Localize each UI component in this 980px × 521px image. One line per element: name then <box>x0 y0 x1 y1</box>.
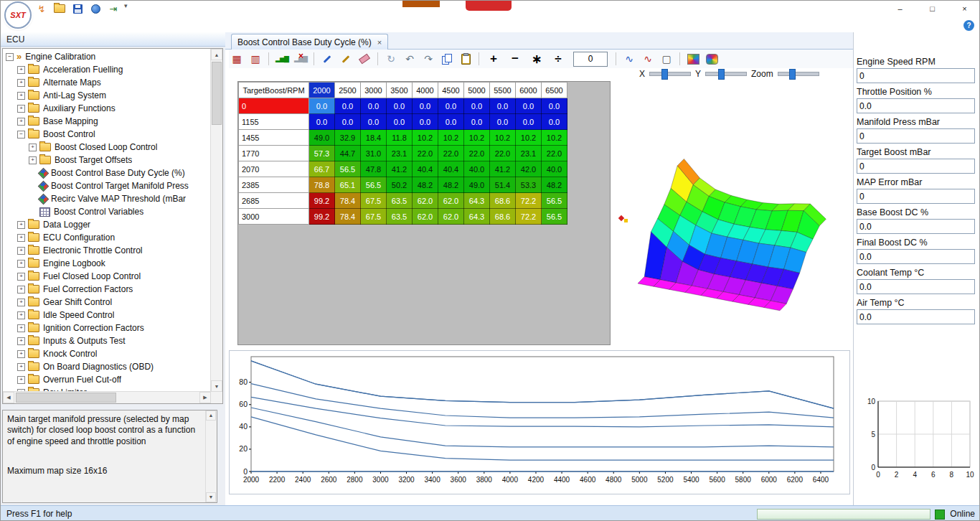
expand-icon[interactable]: + <box>17 79 25 87</box>
table-cell[interactable]: 78.8 <box>309 177 335 193</box>
field-input[interactable] <box>857 189 975 204</box>
expand-icon[interactable]: + <box>17 286 25 294</box>
field-input[interactable] <box>857 279 975 294</box>
table-cell[interactable]: 0.0 <box>413 98 438 114</box>
table-cell[interactable]: 62.0 <box>438 193 464 209</box>
field-input[interactable] <box>857 249 975 264</box>
tree-item[interactable]: +Boost Target Offsets <box>3 154 210 166</box>
field-input[interactable] <box>857 68 975 83</box>
table-cell[interactable]: 0.0 <box>516 98 542 114</box>
tree-item[interactable]: +ECU Configuration <box>3 231 210 244</box>
insert-column-icon[interactable]: ▥ <box>248 52 263 66</box>
expand-icon[interactable]: + <box>29 144 37 151</box>
row-header-2385[interactable]: 2385 <box>239 177 309 193</box>
expand-icon[interactable]: + <box>17 350 25 358</box>
expand-icon[interactable]: + <box>17 299 25 306</box>
table-cell[interactable]: 0.0 <box>309 114 335 130</box>
scroll-thumb[interactable] <box>212 62 222 125</box>
table-cell[interactable]: 0.0 <box>438 114 464 130</box>
expand-icon[interactable]: + <box>29 156 37 164</box>
expand-icon[interactable]: + <box>17 260 25 268</box>
tree-horizontal-scrollbar[interactable]: ◀ ▶ <box>3 391 211 403</box>
table-cell[interactable]: 0.0 <box>335 98 361 114</box>
expand-icon[interactable]: + <box>17 363 25 371</box>
tree-item[interactable]: +Overrun Fuel Cut-off <box>3 373 210 386</box>
table-cell[interactable]: 49.0 <box>309 130 335 146</box>
table-cell[interactable]: 0.0 <box>438 98 464 114</box>
collapse-icon[interactable]: − <box>6 53 14 61</box>
table-cell[interactable]: 0.0 <box>387 98 413 114</box>
table-cell[interactable]: 31.0 <box>361 146 387 161</box>
table-cell[interactable]: 72.2 <box>516 193 542 209</box>
tree-item[interactable]: +Knock Control <box>3 347 210 360</box>
table-cell[interactable]: 0.0 <box>464 114 490 130</box>
toolbar-overflow-icon[interactable]: ▾ <box>124 2 128 9</box>
multiply-button[interactable]: ∗ <box>527 52 546 66</box>
table-cell[interactable]: 64.3 <box>464 209 490 225</box>
app-logo[interactable]: SXT <box>4 1 32 29</box>
field-input[interactable] <box>857 128 975 144</box>
table-cell[interactable]: 22.0 <box>413 146 438 161</box>
table-cell[interactable]: 63.5 <box>387 209 413 225</box>
tree-item[interactable]: Boost Control Target Manifold Press <box>3 179 210 192</box>
table-cell[interactable]: 22.0 <box>438 146 464 161</box>
row-header-1155[interactable]: 1155 <box>239 114 309 130</box>
surface-color-icon[interactable] <box>704 52 720 66</box>
field-input[interactable] <box>857 98 975 113</box>
table-cell[interactable]: 0.0 <box>361 114 387 130</box>
table-cell[interactable]: 63.5 <box>387 193 413 209</box>
collapse-icon[interactable]: − <box>17 131 25 139</box>
tree-item[interactable]: +Base Mapping <box>3 115 210 128</box>
graph-trace-icon[interactable]: ∿ <box>640 52 656 66</box>
table-cell[interactable]: 11.8 <box>387 130 413 146</box>
tree-item[interactable]: Recirc Valve MAP Threshold (mBar <box>3 192 210 205</box>
scroll-up-icon[interactable]: ▲ <box>206 410 216 421</box>
table-cell[interactable]: 0.0 <box>542 98 567 114</box>
tree-item[interactable]: +Ignition Correction Factors <box>3 321 210 334</box>
close-button[interactable]: × <box>948 1 980 17</box>
expand-icon[interactable]: + <box>17 221 25 229</box>
subtract-button[interactable]: − <box>506 52 524 66</box>
tree-item[interactable]: +Gear Shift Control <box>3 296 210 309</box>
open-file-icon[interactable] <box>53 2 66 15</box>
tree-item[interactable]: +Acceleration Fuelling <box>3 63 210 76</box>
table-cell[interactable]: 99.2 <box>309 209 335 225</box>
tree-item[interactable]: −»Engine Calibration <box>3 50 210 63</box>
table-cell[interactable]: 0.0 <box>490 114 516 130</box>
column-header-4500[interactable]: 4500 <box>438 83 464 98</box>
expand-icon[interactable]: + <box>17 376 25 384</box>
table-cell[interactable]: 23.1 <box>516 146 542 161</box>
expand-icon[interactable]: + <box>17 66 25 74</box>
paste-icon[interactable] <box>458 52 473 66</box>
expand-icon[interactable]: + <box>17 118 25 126</box>
tree-item[interactable]: +Fuel Closed Loop Control <box>3 270 210 283</box>
field-input[interactable] <box>857 219 975 234</box>
table-cell[interactable]: 22.0 <box>464 146 490 161</box>
connect-icon[interactable] <box>89 2 102 15</box>
redo-icon[interactable]: ↷ <box>420 52 436 66</box>
table-cell[interactable]: 62.0 <box>413 193 438 209</box>
table-cell[interactable]: 48.2 <box>413 177 438 193</box>
table-cell[interactable]: 0.0 <box>490 98 516 114</box>
save-icon[interactable] <box>71 2 84 15</box>
table-cell[interactable]: 51.4 <box>490 177 516 193</box>
add-button[interactable]: + <box>484 52 503 66</box>
tree-item[interactable]: +Auxiliary Functions <box>3 102 210 115</box>
refresh-icon[interactable]: ↻ <box>383 52 399 66</box>
table-cell[interactable]: 10.2 <box>516 130 542 146</box>
row-header-0[interactable]: 0 <box>239 98 309 114</box>
table-cell[interactable]: 48.2 <box>542 177 567 193</box>
maximize-button[interactable]: □ <box>916 1 948 17</box>
table-cell[interactable]: 67.5 <box>361 209 387 225</box>
tree-item[interactable]: +Alternate Maps <box>3 76 210 89</box>
grid-toggle-icon[interactable]: ▢ <box>659 52 674 66</box>
table-cell[interactable]: 40.0 <box>464 161 490 177</box>
table-cell[interactable]: 0.0 <box>361 98 387 114</box>
row-header-3000[interactable]: 3000 <box>239 209 309 225</box>
power-icon[interactable]: ↯ <box>35 2 48 15</box>
table-cell[interactable]: 57.3 <box>309 146 335 161</box>
expand-icon[interactable]: + <box>17 247 25 255</box>
row-header-1455[interactable]: 1455 <box>239 130 309 146</box>
table-cell[interactable]: 40.4 <box>413 161 438 177</box>
table-cell[interactable]: 0.0 <box>309 98 335 114</box>
